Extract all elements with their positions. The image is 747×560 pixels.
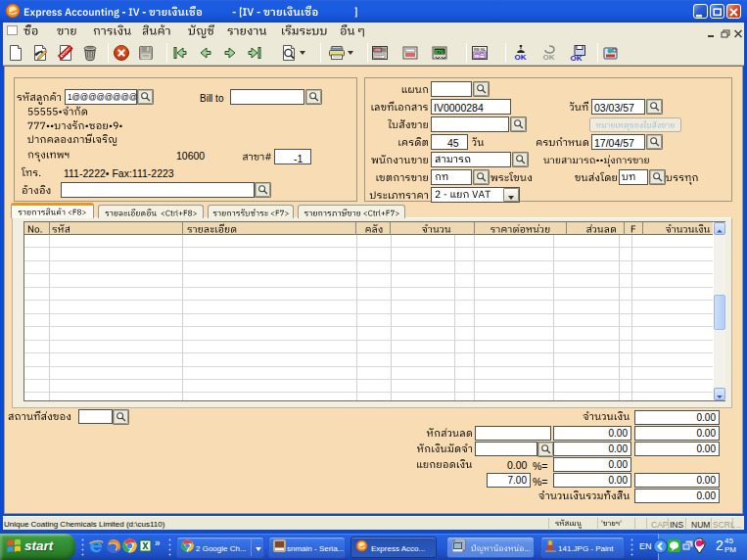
svg-text:870: 870 <box>435 49 444 55</box>
svg-text:OK: OK <box>543 53 555 62</box>
svg-text:Note: Note <box>374 48 382 52</box>
svg-text:OK: OK <box>515 53 527 62</box>
svg-text:RE:NL: RE:NL <box>474 47 487 52</box>
svg-text:OK: OK <box>571 54 583 63</box>
